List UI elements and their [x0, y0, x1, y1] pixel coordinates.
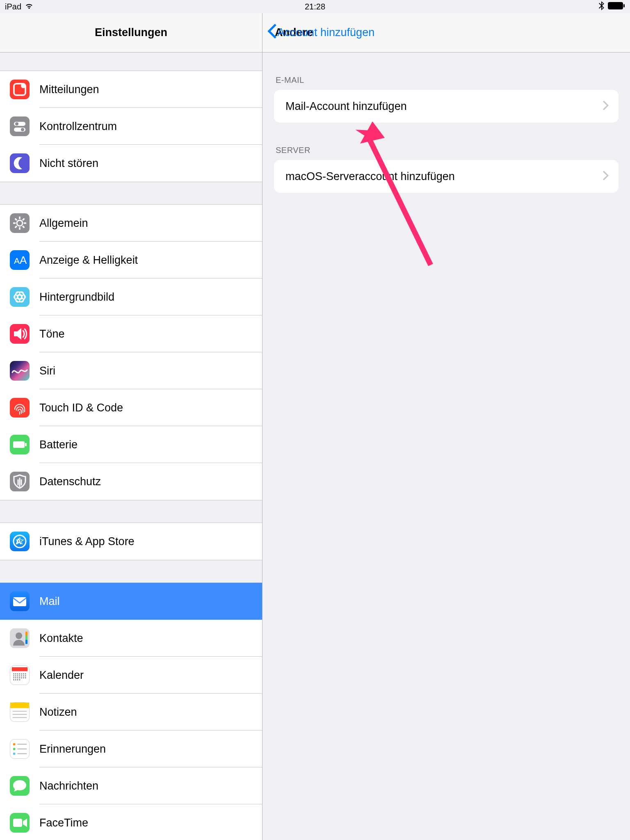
svg-point-58	[13, 679, 14, 680]
row-label: Mail-Account hinzufügen	[285, 100, 603, 113]
sidebar-item-privacy[interactable]: Datenschutz	[0, 463, 262, 500]
sidebar-item-reminders[interactable]: Erinnerungen	[0, 730, 262, 767]
clock: 21:28	[305, 2, 325, 11]
sidebar-item-label: Töne	[39, 328, 65, 340]
svg-rect-33	[25, 632, 27, 636]
svg-rect-72	[13, 819, 22, 827]
svg-point-50	[25, 676, 26, 676]
svg-point-42	[23, 673, 24, 674]
reminders-icon	[10, 739, 30, 759]
add-macos-server-row[interactable]: macOS-Serveraccount hinzufügen	[274, 160, 619, 193]
svg-point-57	[25, 678, 26, 678]
svg-point-32	[16, 632, 22, 639]
svg-point-44	[13, 676, 14, 676]
dnd-icon	[10, 153, 30, 173]
display-icon: AA	[10, 250, 30, 270]
sidebar-item-general[interactable]: Allgemein	[0, 205, 262, 242]
svg-point-60	[17, 679, 18, 680]
svg-rect-34	[25, 636, 27, 640]
controlcenter-icon	[10, 116, 30, 136]
sidebar-item-battery[interactable]: Batterie	[0, 426, 262, 463]
svg-text:A: A	[14, 256, 20, 265]
svg-point-68	[13, 753, 16, 755]
svg-rect-1	[623, 4, 625, 7]
sidebar-item-itunes[interactable]: AiTunes & App Store	[0, 523, 262, 560]
notes-icon	[10, 702, 30, 722]
mail-icon	[10, 591, 30, 611]
svg-point-47	[19, 676, 20, 676]
sidebar-item-display[interactable]: AAAnzeige & Helligkeit	[0, 242, 262, 278]
svg-point-45	[15, 676, 16, 676]
sidebar-item-facetime[interactable]: FaceTime	[0, 804, 262, 840]
chevron-left-icon	[267, 24, 276, 41]
chevron-right-icon	[603, 169, 609, 183]
sidebar-item-siri[interactable]: Siri	[0, 352, 262, 389]
sidebar-item-sounds[interactable]: Töne	[0, 315, 262, 352]
section-header: SERVER	[262, 123, 630, 160]
svg-rect-0	[608, 2, 623, 9]
chevron-right-icon	[603, 99, 609, 113]
svg-point-52	[15, 678, 16, 678]
sidebar-item-notifications[interactable]: Mitteilungen	[0, 71, 262, 108]
svg-point-7	[21, 128, 24, 131]
svg-point-3	[21, 83, 26, 88]
sidebar-item-label: Mail	[39, 595, 60, 608]
svg-point-41	[21, 673, 22, 674]
svg-point-55	[21, 678, 22, 678]
sidebar-item-label: Anzeige & Helligkeit	[39, 254, 138, 267]
svg-point-67	[13, 748, 16, 750]
battery-icon	[608, 2, 625, 11]
svg-point-59	[15, 679, 16, 680]
itunes-icon: A	[10, 532, 30, 551]
sidebar-navbar: Einstellungen	[0, 13, 262, 52]
sidebar-item-label: Touch ID & Code	[39, 402, 123, 414]
general-icon	[10, 213, 30, 233]
svg-rect-35	[25, 640, 27, 644]
battery-icon	[10, 435, 30, 454]
svg-line-16	[23, 219, 24, 220]
sidebar-item-controlcenter[interactable]: Kontrollzentrum	[0, 108, 262, 145]
siri-icon	[10, 361, 30, 381]
sidebar-item-dnd[interactable]: Nicht stören	[0, 145, 262, 182]
sidebar-item-contacts[interactable]: Kontakte	[0, 620, 262, 657]
sidebar-item-wallpaper[interactable]: Hintergrundbild	[0, 278, 262, 315]
svg-point-53	[17, 678, 18, 678]
calendar-icon	[10, 665, 30, 685]
svg-point-54	[19, 678, 20, 678]
svg-point-8	[17, 220, 23, 226]
device-name: iPad	[5, 2, 21, 11]
sidebar-item-touchid[interactable]: Touch ID & Code	[0, 389, 262, 426]
sidebar-item-label: Kalender	[39, 669, 84, 682]
svg-line-12	[15, 226, 17, 228]
svg-point-49	[23, 676, 24, 676]
sidebar-title: Einstellungen	[95, 26, 167, 39]
svg-point-46	[17, 676, 18, 676]
sidebar-item-label: Nicht stören	[39, 157, 98, 170]
bluetooth-icon	[599, 1, 605, 12]
facetime-icon	[10, 813, 30, 833]
touchid-icon	[10, 398, 30, 418]
sidebar-item-calendar[interactable]: Kalender	[0, 657, 262, 694]
svg-line-14	[15, 219, 17, 220]
sidebar-item-notes[interactable]: Notizen	[0, 694, 262, 730]
svg-point-51	[13, 678, 14, 678]
wifi-icon	[25, 2, 34, 11]
sidebar-item-label: Notizen	[39, 706, 77, 719]
sidebar-item-mail[interactable]: Mail	[0, 583, 262, 620]
section-header: E-MAIL	[262, 52, 630, 90]
svg-point-61	[19, 679, 20, 680]
svg-point-39	[17, 673, 18, 674]
sidebar-item-label: Datenschutz	[39, 475, 101, 488]
sidebar-item-label: Mitteilungen	[39, 83, 99, 96]
svg-rect-28	[25, 443, 27, 446]
sidebar-item-label: Siri	[39, 365, 55, 377]
svg-point-56	[23, 678, 24, 678]
add-mail-row[interactable]: Mail-Account hinzufügen	[274, 90, 619, 123]
messages-icon	[10, 776, 30, 796]
back-button[interactable]: Account hinzufügen	[267, 24, 374, 41]
sidebar-item-messages[interactable]: Nachrichten	[0, 767, 262, 804]
svg-point-66	[13, 743, 16, 746]
sidebar-item-label: Erinnerungen	[39, 743, 106, 756]
svg-text:A: A	[16, 537, 21, 546]
settings-sidebar: Einstellungen MitteilungenKontrollzentru…	[0, 13, 262, 840]
